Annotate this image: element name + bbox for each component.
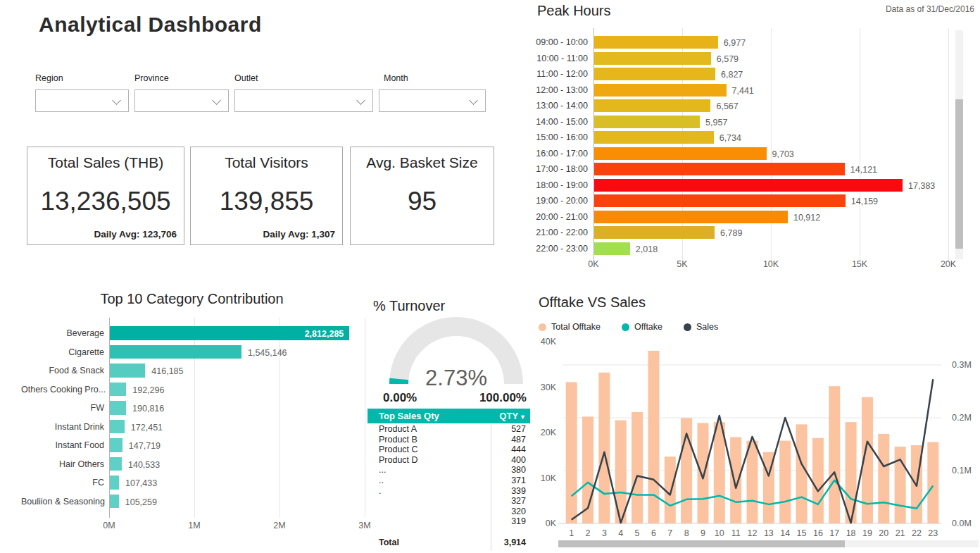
peak-hours-bar[interactable] <box>594 194 846 207</box>
bar-value-label: 17,383 <box>908 181 935 191</box>
x-tick-label: 10K <box>757 259 785 269</box>
peak-hours-bar[interactable] <box>594 179 903 192</box>
total-offtake-bar[interactable] <box>812 438 824 523</box>
bar-value-label: 2,018 <box>636 244 658 254</box>
peak-hours-bar[interactable] <box>594 131 714 144</box>
total-offtake-bar[interactable] <box>779 441 791 523</box>
bar-value-label: 6,579 <box>717 54 739 64</box>
axis-category-label: 15:00 - 16:00 <box>519 132 588 142</box>
row-qty: 444 <box>511 445 526 454</box>
total-offtake-bar[interactable] <box>730 437 741 523</box>
page-title: Analytical Dashboard <box>39 13 262 37</box>
peak-hours-bar[interactable] <box>594 147 767 160</box>
category-bar[interactable] <box>110 383 126 397</box>
row-name: . <box>379 486 381 496</box>
total-offtake-bar[interactable] <box>632 412 643 523</box>
row-qty: 327 <box>511 496 526 506</box>
row-qty: 371 <box>511 476 526 485</box>
category-bar[interactable] <box>110 401 126 415</box>
peak-hours-bar-chart: 09:00 - 10:006,97710:00 - 11:006,57911:0… <box>519 0 980 282</box>
axis-category-label: Bouliion & Seasoning <box>21 497 104 507</box>
horizontal-scrollbar-thumb[interactable] <box>558 540 845 547</box>
kpi-card-total-visitors: Total Visitors 139,855 Daily Avg: 1,307 <box>190 147 343 245</box>
bar-value-label: 107,433 <box>125 478 157 488</box>
month-dropdown[interactable] <box>379 89 486 112</box>
table-row[interactable]: Product B487 <box>367 435 530 445</box>
axis-category-label: 20:00 - 21:00 <box>519 212 588 222</box>
row-qty: 400 <box>511 455 526 465</box>
category-bar[interactable] <box>110 476 119 490</box>
outlet-dropdown[interactable] <box>234 89 373 112</box>
province-dropdown[interactable] <box>134 89 229 112</box>
x-axis-tick-label: 3 <box>602 528 607 538</box>
x-axis-tick-label: 10 <box>715 528 724 538</box>
bar-value-label: 105,259 <box>125 497 157 507</box>
bar-value-label: 9,703 <box>772 149 794 159</box>
x-axis-tick-label: 15 <box>797 528 807 538</box>
total-offtake-bar[interactable] <box>927 442 938 523</box>
category-bar[interactable] <box>110 345 241 359</box>
filter-label-outlet: Outlet <box>234 73 258 83</box>
x-axis-tick-label: 1 <box>569 528 574 538</box>
row-qty: 527 <box>511 424 526 434</box>
table-row[interactable]: .339 <box>367 486 530 497</box>
vertical-scrollbar-thumb[interactable] <box>955 99 963 249</box>
peak-hours-bar[interactable] <box>594 211 788 223</box>
peak-hours-bar[interactable] <box>594 163 845 175</box>
row-name: Product B <box>379 435 417 445</box>
table-row[interactable]: ...380 <box>367 465 530 476</box>
category-bar[interactable] <box>110 495 119 509</box>
table-row[interactable]: Product C444 <box>367 445 530 455</box>
x-axis-tick-label: 4 <box>618 528 623 538</box>
x-tick-label: 1M <box>180 521 208 530</box>
bar-value-label: 14,159 <box>851 197 878 206</box>
total-offtake-bar[interactable] <box>895 447 906 523</box>
peak-hours-chart-panel: Peak Hours 09:00 - 10:006,97710:00 - 11:… <box>519 0 980 282</box>
row-name: .. <box>379 476 384 485</box>
axis-category-label: 11:00 - 12:00 <box>519 69 588 79</box>
total-offtake-bar[interactable] <box>566 382 577 523</box>
x-axis-tick-label: 11 <box>731 528 741 538</box>
x-axis-tick-label: 18 <box>846 528 856 538</box>
total-offtake-bar[interactable] <box>747 441 758 523</box>
bar-value-label: 192,296 <box>132 385 164 395</box>
table-row[interactable]: Product A527 <box>367 424 530 435</box>
x-axis-tick-label: 8 <box>684 528 689 538</box>
table-row[interactable]: 327 <box>367 496 530 507</box>
kpi-title: Avg. Basket Size <box>351 154 494 171</box>
category-bar[interactable] <box>110 420 125 434</box>
total-offtake-bar[interactable] <box>598 373 610 523</box>
peak-hours-bar[interactable] <box>594 116 700 128</box>
total-offtake-bar[interactable] <box>796 424 808 523</box>
peak-hours-bar[interactable] <box>594 242 630 255</box>
peak-hours-bar[interactable] <box>594 84 727 97</box>
peak-hours-bar[interactable] <box>594 226 715 239</box>
x-axis-tick-label: 2 <box>586 528 591 538</box>
table-row[interactable]: 319 <box>367 516 530 527</box>
table-row[interactable]: Product D400 <box>367 455 530 466</box>
bar-value-label: 7,441 <box>732 86 754 96</box>
peak-hours-bar[interactable] <box>594 52 711 65</box>
x-axis-tick-label: 20 <box>879 528 888 538</box>
bar-value-label: 416,185 <box>151 366 183 376</box>
region-dropdown[interactable] <box>35 89 129 112</box>
total-offtake-bar[interactable] <box>714 422 725 523</box>
table-row[interactable]: 320 <box>367 507 530 517</box>
category-bar[interactable] <box>110 364 145 378</box>
total-offtake-bar[interactable] <box>697 423 708 523</box>
peak-hours-bar[interactable] <box>594 68 715 80</box>
category-bar[interactable] <box>110 457 122 471</box>
chevron-down-icon <box>112 96 121 105</box>
peak-hours-bar[interactable] <box>594 36 718 49</box>
axis-category-label: 12:00 - 13:00 <box>519 85 588 95</box>
table-row[interactable]: ..371 <box>367 476 530 486</box>
category-bar[interactable] <box>110 438 122 452</box>
left-axis-tick-label: 40K <box>541 337 557 347</box>
total-offtake-bar[interactable] <box>878 434 889 523</box>
axis-category-label: Instant Drink <box>21 422 104 432</box>
right-axis-tick-label: 0.0M <box>952 518 972 528</box>
peak-hours-bar[interactable] <box>594 99 710 112</box>
total-offtake-bar[interactable] <box>829 386 840 523</box>
kpi-card-total-sales: Total Sales (THB) 13,236,505 Daily Avg: … <box>27 147 184 245</box>
bar-value-label: 6,977 <box>724 38 746 48</box>
